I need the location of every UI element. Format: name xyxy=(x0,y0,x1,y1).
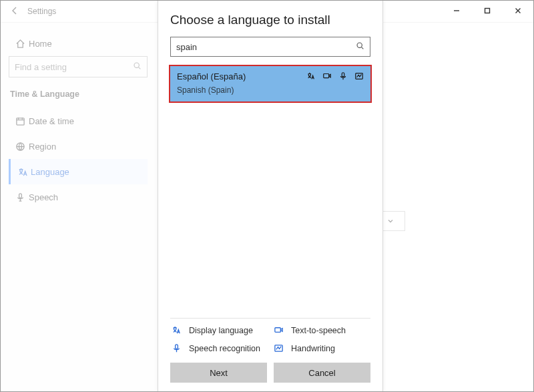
home-icon xyxy=(11,39,29,49)
sidebar-home-label: Home xyxy=(29,39,52,49)
text-to-speech-icon xyxy=(274,325,284,335)
speech-recognition-icon xyxy=(338,71,348,81)
search-icon xyxy=(356,41,364,52)
svg-point-5 xyxy=(357,43,362,47)
sidebar-item-language[interactable]: Language xyxy=(9,159,148,184)
sidebar: Home Find a setting Time & Language Date… xyxy=(1,23,156,391)
svg-point-0 xyxy=(134,63,139,67)
display-language-icon xyxy=(306,71,316,81)
legend-label: Speech recognition xyxy=(189,344,260,353)
legend-label: Text-to-speech xyxy=(291,326,346,335)
sidebar-item-label: Date & time xyxy=(29,116,74,126)
sidebar-home[interactable]: Home xyxy=(9,31,148,56)
svg-rect-6 xyxy=(324,74,329,78)
handwriting-icon xyxy=(274,343,284,353)
speech-recognition-icon xyxy=(172,343,182,353)
language-result-item[interactable]: Español (España) Spanish (Spain) xyxy=(170,66,370,102)
text-to-speech-icon xyxy=(322,71,332,81)
legend-display-language: Display language xyxy=(172,325,267,335)
legend-label: Handwriting xyxy=(291,344,335,353)
sidebar-section-heading: Time & Language xyxy=(10,89,146,99)
language-english-name: Spanish (Spain) xyxy=(177,85,364,95)
sidebar-item-label: Speech xyxy=(29,192,58,202)
svg-rect-9 xyxy=(275,328,280,333)
close-button[interactable] xyxy=(503,1,533,21)
sidebar-search[interactable]: Find a setting xyxy=(9,56,148,77)
legend-handwriting: Handwriting xyxy=(274,343,369,353)
globe-icon xyxy=(11,142,29,152)
search-icon xyxy=(133,61,142,72)
language-install-dialog: Choose a language to install spain Españ… xyxy=(158,1,383,392)
dialog-title: Choose a language to install xyxy=(170,13,370,27)
language-icon xyxy=(13,167,31,177)
minimize-button[interactable] xyxy=(441,1,472,21)
feature-legend: Display language Text-to-speech Speech r… xyxy=(170,325,370,353)
sidebar-search-placeholder: Find a setting xyxy=(15,62,67,72)
next-button[interactable]: Next xyxy=(170,363,267,383)
maximize-button[interactable] xyxy=(472,1,503,21)
calendar-icon xyxy=(11,116,29,126)
sidebar-item-region[interactable]: Region xyxy=(9,134,148,159)
svg-rect-4 xyxy=(485,9,490,13)
sidebar-item-speech[interactable]: Speech xyxy=(9,184,148,210)
sidebar-item-label: Region xyxy=(29,142,56,152)
back-button[interactable] xyxy=(5,6,25,17)
language-search-input[interactable]: spain xyxy=(170,37,370,57)
microphone-icon xyxy=(11,192,29,202)
legend-label: Display language xyxy=(189,326,253,335)
legend-speech-recognition: Speech recognition xyxy=(172,343,267,353)
display-language-icon xyxy=(172,325,182,335)
language-search-value: spain xyxy=(176,42,197,52)
window-title: Settings xyxy=(27,7,56,16)
svg-rect-10 xyxy=(176,345,178,349)
sidebar-item-label: Language xyxy=(31,167,69,177)
svg-rect-1 xyxy=(16,118,23,124)
svg-rect-3 xyxy=(19,193,21,198)
sidebar-item-date-time[interactable]: Date & time xyxy=(9,108,148,134)
svg-rect-7 xyxy=(342,73,344,77)
legend-text-to-speech: Text-to-speech xyxy=(274,325,369,335)
cancel-button[interactable]: Cancel xyxy=(274,363,370,383)
handwriting-icon xyxy=(354,71,364,81)
